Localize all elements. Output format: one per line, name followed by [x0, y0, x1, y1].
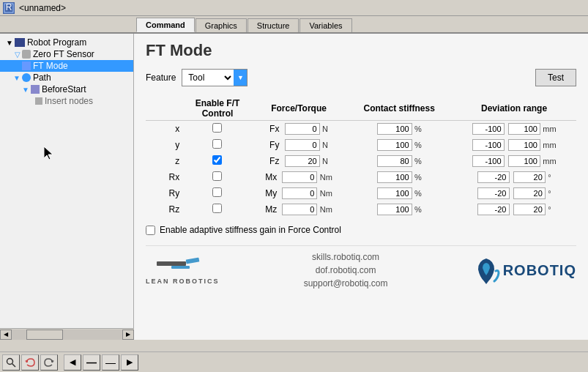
dev-max-input-0[interactable]	[508, 123, 540, 135]
stiffness-input-5[interactable]	[377, 204, 412, 215]
enable-checkbox-4[interactable]	[212, 187, 222, 197]
ft-input-3[interactable]	[282, 171, 317, 183]
deviation-cell-4: °	[452, 185, 576, 201]
page-title: FT Mode	[146, 41, 576, 60]
ft-input-0[interactable]	[285, 123, 320, 135]
sidebar-item-path[interactable]: ▼ Path	[0, 72, 133, 83]
sidebar-item-zero-ft-sensor[interactable]: ▽ Zero FT Sensor	[0, 48, 133, 60]
sidebar-item-robot-program[interactable]: ▼ Robot Program	[0, 37, 133, 48]
dev-max-input-3[interactable]	[513, 171, 546, 183]
content-area: FT Mode Feature Tool Base Custom ▼ Test	[134, 34, 588, 340]
mouse-cursor	[44, 146, 54, 162]
ft-value-cell-4: My Nm	[251, 185, 347, 201]
dev-unit-5: °	[548, 205, 551, 214]
ft-input-1[interactable]	[285, 139, 320, 151]
content-footer: LEAN ROBOTICS skills.robotiq.com dof.rob…	[146, 245, 576, 290]
stiffness-cell-5: %	[346, 201, 452, 217]
ft-value-cell-1: Fy N	[251, 137, 347, 153]
sidebar-item-label-2: Zero FT Sensor	[33, 49, 94, 59]
enable-checkbox-1[interactable]	[212, 139, 222, 149]
back-button[interactable]: ◀	[64, 354, 81, 371]
ft-unit-2: N	[322, 157, 328, 165]
enable-checkbox-3[interactable]	[212, 171, 222, 181]
table-row: Ry My Nm % °	[146, 185, 576, 201]
table-row: Rz Mz Nm % °	[146, 201, 576, 217]
sidebar-item-label-6: Insert nodes	[45, 96, 93, 106]
stiffness-input-3[interactable]	[377, 171, 412, 183]
test-button[interactable]: Test	[535, 69, 576, 86]
nav-dash[interactable]: —	[102, 354, 119, 371]
window-title: <unnamed>	[19, 3, 66, 13]
search-button[interactable]	[2, 354, 20, 371]
path-expand-icon: ▼	[13, 74, 21, 82]
dev-max-input-1[interactable]	[508, 139, 540, 151]
tab-structure[interactable]: Structure	[248, 18, 299, 32]
dropdown-arrow-icon[interactable]: ▼	[234, 70, 247, 86]
table-row: Rx Mx Nm % °	[146, 169, 576, 185]
tab-command[interactable]: Command	[136, 18, 195, 32]
redo-button[interactable]	[40, 354, 58, 371]
scroll-thumb[interactable]	[26, 330, 63, 340]
enable-checkbox-cell-0	[184, 121, 250, 138]
tab-graphics[interactable]: Graphics	[196, 18, 247, 32]
robot-icon	[15, 38, 25, 47]
dev-min-input-4[interactable]	[477, 187, 510, 199]
enable-checkbox-cell-3	[184, 169, 250, 185]
adaptive-stiffness-checkbox[interactable]	[146, 226, 155, 235]
ft-input-5[interactable]	[282, 204, 317, 215]
ft-table: Enable F/T Control Force/Torque Contact …	[146, 97, 576, 217]
forward-button[interactable]: ▶	[121, 354, 138, 371]
svg-point-6	[7, 358, 13, 364]
search-icon	[6, 357, 16, 368]
deviation-cell-1: mm	[452, 137, 576, 153]
stiffness-input-4[interactable]	[377, 187, 412, 199]
enable-checkbox-cell-5	[184, 201, 250, 217]
enable-checkbox-cell-2	[184, 153, 250, 169]
nav-minus[interactable]: —	[83, 354, 100, 371]
ft-value-cell-5: Mz Nm	[251, 201, 347, 217]
sidebar-item-before-start[interactable]: ▼ BeforeStart	[0, 83, 133, 95]
ft-unit-1: N	[322, 141, 328, 149]
feature-row: Feature Tool Base Custom ▼ Test	[146, 69, 576, 86]
dev-max-input-4[interactable]	[513, 187, 546, 199]
dev-max-input-2[interactable]	[508, 155, 540, 167]
path-icon	[22, 73, 31, 82]
ft-input-4[interactable]	[282, 187, 317, 199]
enable-checkbox-5[interactable]	[212, 204, 222, 213]
feature-select[interactable]: Tool Base Custom	[182, 70, 234, 85]
dev-min-input-5[interactable]	[477, 204, 510, 215]
ft-label-1: Fy	[269, 140, 279, 150]
sidebar-item-insert-nodes[interactable]: Insert nodes	[0, 95, 133, 107]
enable-checkbox-2[interactable]	[212, 155, 222, 165]
sidebar-item-ft-mode[interactable]: FT Mode	[0, 60, 133, 72]
enable-checkbox-0[interactable]	[212, 123, 222, 133]
sensor-icon	[22, 50, 31, 59]
ft-label-5: Mz	[265, 204, 277, 215]
stiffness-input-2[interactable]	[377, 155, 412, 167]
stiffness-cell-4: %	[346, 185, 452, 201]
sidebar-item-label-4: Path	[33, 72, 51, 83]
ft-input-2[interactable]	[285, 155, 320, 167]
enable-checkbox-cell-1	[184, 137, 250, 153]
scroll-left-btn[interactable]: ◀	[0, 330, 12, 340]
sidebar: ▼ Robot Program ▽ Zero FT Sensor FT Mode…	[0, 34, 134, 340]
feature-dropdown[interactable]: Tool Base Custom ▼	[182, 69, 248, 86]
dev-min-input-0[interactable]	[472, 123, 505, 135]
col-stiffness-header: Contact stiffness	[346, 97, 452, 121]
svg-rect-5	[171, 266, 190, 269]
dev-max-input-5[interactable]	[513, 204, 546, 215]
col-enable-header: Enable F/T Control	[184, 97, 250, 121]
dev-min-input-3[interactable]	[477, 171, 510, 183]
deviation-cell-3: °	[452, 169, 576, 185]
axis-label-4: Ry	[146, 185, 184, 201]
stiffness-input-1[interactable]	[377, 139, 412, 151]
stiffness-input-0[interactable]	[377, 123, 412, 135]
stiffness-cell-0: %	[346, 121, 452, 138]
before-expand-icon: ▼	[22, 86, 29, 94]
expand-icon: ▼	[6, 39, 13, 47]
dev-min-input-2[interactable]	[472, 155, 505, 167]
scroll-right-btn[interactable]: ▶	[122, 330, 134, 340]
undo-button[interactable]	[21, 354, 39, 371]
tab-variables[interactable]: Variables	[299, 18, 351, 32]
dev-min-input-1[interactable]	[472, 139, 505, 151]
